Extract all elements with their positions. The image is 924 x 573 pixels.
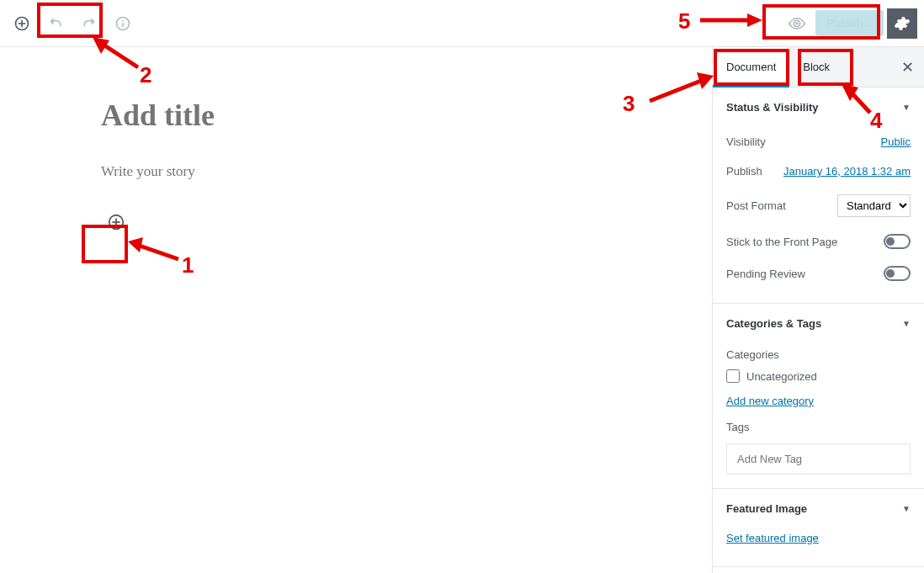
checkbox-uncategorized[interactable] <box>726 369 740 383</box>
label-stick: Stick to the Front Page <box>726 236 837 248</box>
undo-button[interactable] <box>40 8 71 39</box>
chevron-down-icon: ▼ <box>902 319 911 328</box>
toggle-pending-review[interactable] <box>884 266 911 281</box>
tab-block[interactable]: Block <box>789 47 843 88</box>
redo-icon <box>81 15 98 32</box>
row-pending-review: Pending Review <box>726 257 911 289</box>
panel-body-featured: Set featured image <box>713 528 924 566</box>
publish-button[interactable]: Publish... <box>815 10 884 36</box>
link-visibility-value[interactable]: Public <box>881 135 911 148</box>
row-post-format: Post Format Standard <box>726 186 911 225</box>
panel-header-status[interactable]: Status & Visibility ▼ <box>713 88 924 127</box>
chevron-down-icon: ▼ <box>902 504 911 513</box>
redo-button[interactable] <box>74 8 104 39</box>
label-pending: Pending Review <box>726 268 805 280</box>
eye-icon <box>788 14 806 33</box>
label-visibility: Visibility <box>726 135 766 148</box>
gear-icon <box>894 15 911 32</box>
editor-canvas <box>0 47 712 573</box>
link-add-category[interactable]: Add new category <box>726 391 814 416</box>
panel-featured-image: Featured Image ▼ Set featured image <box>713 489 924 567</box>
input-add-tag[interactable] <box>726 443 911 475</box>
link-publish-date[interactable]: January 16, 2018 1:32 am <box>783 165 911 178</box>
toggle-stick-front[interactable] <box>884 234 911 249</box>
post-title-input[interactable] <box>101 98 606 133</box>
label-categories: Categories <box>726 343 911 366</box>
svg-rect-5 <box>122 23 124 27</box>
row-publish: Publish January 16, 2018 1:32 am <box>726 157 911 186</box>
label-post-format: Post Format <box>726 199 786 212</box>
select-post-format[interactable]: Standard <box>837 194 911 217</box>
settings-sidebar: Document Block ✕ Status & Visibility ▼ V… <box>712 47 924 573</box>
close-sidebar-button[interactable]: ✕ <box>890 47 924 88</box>
add-block-inline-button[interactable] <box>101 207 131 237</box>
panel-body-status: Visibility Public Publish January 16, 20… <box>713 127 924 303</box>
panel-categories-tags: Categories & Tags ▼ Categories Uncategor… <box>713 304 924 489</box>
checkbox-row-uncategorized[interactable]: Uncategorized <box>726 366 911 391</box>
row-stick-front: Stick to the Front Page <box>726 225 911 257</box>
panel-header-featured[interactable]: Featured Image ▼ <box>713 489 924 528</box>
info-icon <box>114 15 131 32</box>
info-button[interactable] <box>108 8 138 39</box>
post-body-input[interactable] <box>101 163 606 180</box>
svg-point-4 <box>122 19 124 21</box>
chevron-down-icon: ▼ <box>902 103 911 112</box>
panel-title: Featured Image <box>726 502 807 515</box>
link-set-featured-image[interactable]: Set featured image <box>726 528 819 553</box>
undo-icon <box>47 15 64 32</box>
settings-button[interactable] <box>887 8 917 39</box>
label-publish: Publish <box>726 165 762 178</box>
row-visibility: Visibility Public <box>726 127 911 157</box>
plus-circle-icon <box>13 15 30 32</box>
panel-title: Categories & Tags <box>726 317 821 330</box>
panel-title: Status & Visibility <box>726 101 819 114</box>
plus-circle-icon <box>107 213 125 231</box>
panel-status-visibility: Status & Visibility ▼ Visibility Public … <box>713 88 924 304</box>
top-toolbar: Publish... <box>0 0 924 47</box>
label-tags: Tags <box>726 416 911 438</box>
main-area: Document Block ✕ Status & Visibility ▼ V… <box>0 47 924 573</box>
add-block-toolbar-button[interactable] <box>7 8 37 39</box>
svg-point-6 <box>795 22 799 25</box>
preview-button[interactable] <box>782 8 812 39</box>
sidebar-tabs: Document Block ✕ <box>713 47 924 88</box>
toolbar-right: Publish... <box>782 8 917 39</box>
toolbar-left <box>7 8 138 39</box>
panel-header-cats[interactable]: Categories & Tags ▼ <box>713 304 924 343</box>
label-uncategorized: Uncategorized <box>746 370 817 383</box>
tab-document[interactable]: Document <box>713 47 789 88</box>
panel-body-cats: Categories Uncategorized Add new categor… <box>713 343 924 488</box>
close-icon: ✕ <box>901 59 914 76</box>
